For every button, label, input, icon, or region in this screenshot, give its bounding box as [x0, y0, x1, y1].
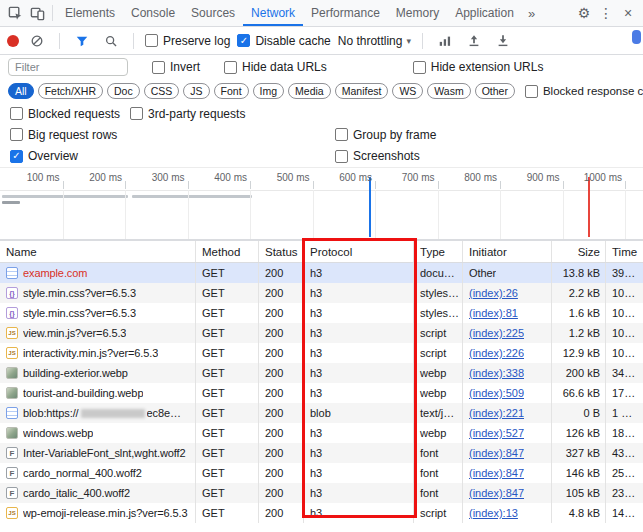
checkbox-box[interactable]	[10, 128, 23, 141]
initiator-link[interactable]: (index):221	[469, 407, 524, 419]
export-har-icon[interactable]	[492, 30, 514, 52]
clear-icon[interactable]	[26, 30, 48, 52]
col-header-status[interactable]: Status	[259, 241, 304, 262]
blocked-requests-checkbox[interactable]: Blocked requests	[10, 107, 130, 121]
tab-performance[interactable]: Performance	[303, 0, 388, 26]
initiator-link[interactable]: (index):81	[469, 307, 518, 319]
search-icon[interactable]	[100, 30, 122, 52]
chip-fetch-xhr[interactable]: Fetch/XHR	[38, 83, 103, 99]
scrollbar-thumb[interactable]	[632, 30, 641, 44]
chip-css[interactable]: CSS	[144, 83, 180, 99]
request-type-chips: AllFetch/XHRDocCSSJSFontImgMediaManifest…	[0, 79, 643, 103]
initiator-link[interactable]: (index):338	[469, 367, 524, 379]
col-header-initiator[interactable]: Initiator	[463, 241, 552, 262]
chip-media[interactable]: Media	[288, 83, 331, 99]
table-row[interactable]: {}style.min.css?ver=6.5.3GET200h3styles……	[0, 303, 643, 323]
cell-size: 0 B	[552, 403, 606, 423]
table-row[interactable]: Fcardo_italic_400.woff2GET200h3font(inde…	[0, 483, 643, 503]
table-row[interactable]: {}style.min.css?ver=6.5.3GET200h3styles……	[0, 283, 643, 303]
close-icon[interactable]: ×	[617, 2, 639, 24]
inspect-icon[interactable]	[4, 2, 26, 24]
tab-application[interactable]: Application	[447, 0, 522, 26]
checkbox-box[interactable]	[335, 150, 348, 163]
col-header-method[interactable]: Method	[196, 241, 259, 262]
col-header-protocol[interactable]: Protocol	[304, 241, 414, 262]
initiator-link[interactable]: (index):26	[469, 287, 518, 299]
preserve-log-checkbox[interactable]: Preserve log	[145, 34, 230, 48]
initiator-link[interactable]: (index):527	[469, 427, 524, 439]
tab-elements[interactable]: Elements	[57, 0, 123, 26]
chip-img[interactable]: Img	[253, 83, 285, 99]
overview-activity-bar	[2, 195, 128, 198]
throttling-select[interactable]: No throttling ▾	[338, 34, 411, 48]
tab-console[interactable]: Console	[123, 0, 183, 26]
table-row[interactable]: JSview.min.js?ver=6.5.3GET200h3script(in…	[0, 323, 643, 343]
invert-checkbox[interactable]: Invert	[152, 60, 200, 74]
table-row[interactable]: example.comGET200h3docu…Other13.8 kB39…	[0, 263, 643, 283]
screenshots-checkbox[interactable]: Screenshots	[335, 149, 420, 163]
checkbox-box[interactable]	[413, 61, 426, 74]
settings-gear-icon[interactable]: ⚙	[573, 2, 595, 24]
checkbox-box[interactable]	[10, 107, 23, 120]
chip-all[interactable]: All	[8, 83, 34, 99]
checkbox-box[interactable]	[224, 61, 237, 74]
cell-size: 200 kB	[552, 363, 606, 383]
hide-extension-urls-checkbox[interactable]: Hide extension URLs	[413, 60, 544, 74]
kebab-menu-icon[interactable]: ⋮	[595, 2, 617, 24]
blocked-response-cookies-checkbox[interactable]: Blocked response cookies	[525, 85, 643, 98]
table-row[interactable]: building-exterior.webpGET200h3webp(index…	[0, 363, 643, 383]
network-overview-timeline[interactable]: 100 ms200 ms300 ms400 ms500 ms600 ms700 …	[0, 167, 643, 240]
checkbox-box[interactable]	[335, 128, 348, 141]
checkbox-box[interactable]	[130, 107, 143, 120]
chip-font[interactable]: Font	[214, 83, 249, 99]
tab-sources[interactable]: Sources	[183, 0, 243, 26]
filter-row: Invert Hide data URLs Hide extension URL…	[0, 55, 643, 79]
chip-doc[interactable]: Doc	[107, 83, 140, 99]
initiator-link[interactable]: (index):847	[469, 467, 524, 479]
table-row[interactable]: JSwp-emoji-release.min.js?ver=6.5.3GET20…	[0, 503, 643, 523]
tab-memory[interactable]: Memory	[388, 0, 447, 26]
checkbox-box[interactable]	[237, 34, 250, 47]
table-row[interactable]: windows.webpGET200h3webp(index):527126 k…	[0, 423, 643, 443]
filter-funnel-icon[interactable]	[71, 30, 93, 52]
timeline-tick-label: 600 ms	[312, 172, 372, 183]
checkbox-box[interactable]	[525, 85, 538, 98]
big-request-rows-checkbox[interactable]: Big request rows	[10, 128, 335, 142]
network-conditions-icon[interactable]	[434, 30, 456, 52]
third-party-requests-checkbox[interactable]: 3rd-party requests	[130, 107, 245, 121]
cell-time: 1 …	[606, 403, 643, 423]
initiator-link[interactable]: (index):13	[469, 507, 518, 519]
table-row[interactable]: blob:https://ec8e…GET200blobtext/j…(inde…	[0, 403, 643, 423]
table-row[interactable]: FInter-VariableFont_slnt,wght.woff2GET20…	[0, 443, 643, 463]
checkbox-box[interactable]	[10, 150, 23, 163]
initiator-link[interactable]: (index):847	[469, 447, 524, 459]
col-header-size[interactable]: Size	[552, 241, 606, 262]
col-header-time[interactable]: Time	[606, 241, 643, 262]
more-tabs-icon[interactable]: »	[522, 0, 541, 26]
hide-data-urls-checkbox[interactable]: Hide data URLs	[224, 60, 327, 74]
table-row[interactable]: Fcardo_normal_400.woff2GET200h3font(inde…	[0, 463, 643, 483]
initiator-link[interactable]: (index):847	[469, 487, 524, 499]
initiator-link[interactable]: (index):509	[469, 387, 524, 399]
col-header-type[interactable]: Type	[414, 241, 463, 262]
checkbox-box[interactable]	[152, 61, 165, 74]
col-header-name[interactable]: Name	[0, 241, 196, 262]
group-by-frame-checkbox[interactable]: Group by frame	[335, 128, 436, 142]
chip-ws[interactable]: WS	[392, 83, 423, 99]
chip-wasm[interactable]: Wasm	[427, 83, 470, 99]
initiator-link[interactable]: (index):225	[469, 327, 524, 339]
chip-other[interactable]: Other	[475, 83, 515, 99]
chip-js[interactable]: JS	[183, 83, 209, 99]
overview-checkbox[interactable]: Overview	[10, 149, 335, 163]
checkbox-box[interactable]	[145, 34, 158, 47]
chip-manifest[interactable]: Manifest	[335, 83, 389, 99]
tab-network[interactable]: Network	[243, 0, 303, 26]
initiator-link[interactable]: (index):226	[469, 347, 524, 359]
record-button[interactable]	[7, 35, 19, 47]
import-har-icon[interactable]	[463, 30, 485, 52]
device-toolbar-icon[interactable]	[26, 2, 48, 24]
table-row[interactable]: tourist-and-building.webpGET200h3webp(in…	[0, 383, 643, 403]
filter-input[interactable]	[8, 58, 128, 76]
disable-cache-checkbox[interactable]: Disable cache	[237, 34, 330, 48]
table-row[interactable]: JSinteractivity.min.js?ver=6.5.3GET200h3…	[0, 343, 643, 363]
